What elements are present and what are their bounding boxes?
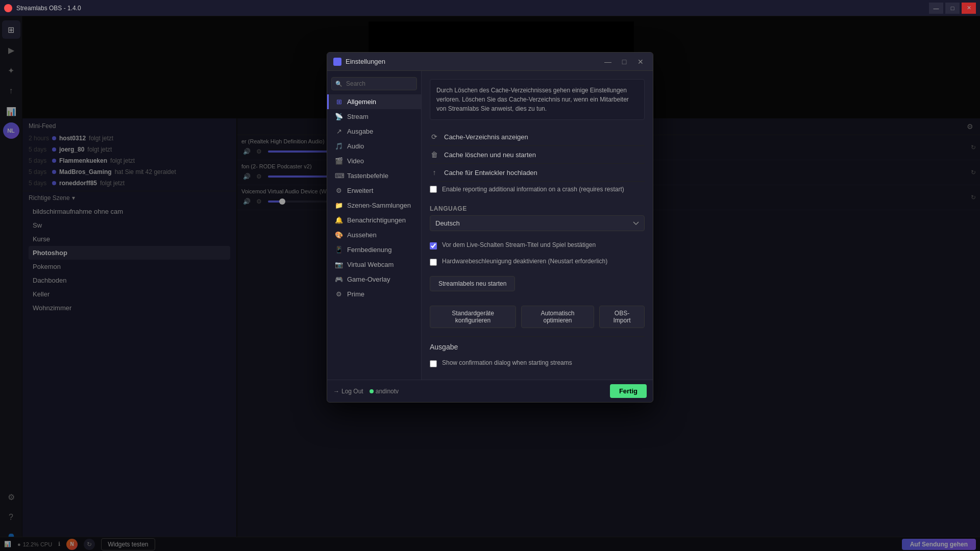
app-icon [4, 4, 12, 12]
settings-nav-label: Benachrichtigungen [347, 216, 406, 224]
settings-content: Durch Löschen des Cache-Verzeichnisses g… [422, 71, 653, 380]
settings-sidebar: 🔍 ⊞ Allgemein 📡 Stream ↗ Ausgabe 🎵 [327, 71, 422, 380]
action-buttons-row: Standardgeräte konfigurieren Automatisch… [430, 306, 645, 328]
allgemein-icon: ⊞ [335, 98, 343, 106]
settings-nav-label: Video [347, 157, 364, 165]
hardware-accel-label: Hardwarebeschleunigung deaktivieren (Neu… [442, 258, 607, 265]
crash-report-row: Enable reporting additional information … [430, 182, 645, 197]
show-confirm-checkbox[interactable] [430, 360, 437, 367]
username-label: andinotv [376, 388, 399, 395]
language-select[interactable]: Deutsch English Français Español [430, 215, 645, 231]
aussehen-icon: 🎨 [335, 231, 343, 239]
settings-nav-item-stream[interactable]: 📡 Stream [327, 109, 421, 124]
search-icon: 🔍 [335, 81, 342, 87]
settings-nav-item-erweitert[interactable]: ⚙ Erweitert [327, 183, 421, 198]
settings-nav-item-szenen[interactable]: 📁 Szenen-Sammlungen [327, 198, 421, 213]
dialog-close-button[interactable]: ✕ [634, 56, 647, 68]
auto-optimize-button[interactable]: Automatisch optimieren [521, 306, 594, 328]
cache-delete-icon: 🗑 [430, 150, 439, 159]
erweitert-icon: ⚙ [335, 187, 343, 194]
settings-dialog: Einstellungen — □ ✕ 🔍 ⊞ Allgemein 📡 Stre… [327, 52, 653, 403]
dialog-titlebar: Einstellungen — □ ✕ [327, 53, 653, 71]
confirm-stream-row: Vor dem Live-Schalten Stream-Titel und S… [430, 237, 645, 254]
logout-icon: → [333, 388, 339, 395]
output-title: Ausgabe [430, 343, 645, 351]
show-confirm-row: Show confirmation dialog when starting s… [430, 355, 645, 371]
settings-nav-label: Stream [347, 113, 369, 120]
fernbedienung-icon: 📱 [335, 246, 343, 254]
dialog-body: 🔍 ⊞ Allgemein 📡 Stream ↗ Ausgabe 🎵 [327, 71, 653, 380]
title-bar-text: Streamlabs OBS - 1.4.0 [16, 5, 925, 12]
logout-button[interactable]: → Log Out [333, 388, 363, 395]
user-online-dot [370, 389, 374, 393]
settings-nav-item-benachrichtigungen[interactable]: 🔔 Benachrichtigungen [327, 213, 421, 228]
configure-devices-button[interactable]: Standardgeräte konfigurieren [430, 306, 516, 328]
done-button[interactable]: Fertig [610, 384, 647, 398]
maximize-button[interactable]: □ [945, 3, 960, 14]
tastenbefehle-icon: ⌨ [335, 172, 343, 180]
settings-nav-item-aussehen[interactable]: 🎨 Aussehen [327, 228, 421, 242]
settings-search: 🔍 [331, 77, 417, 90]
settings-nav-label: Virtual Webcam [347, 261, 394, 268]
settings-nav-label: Ausgabe [347, 128, 373, 135]
hardware-accel-row: Hardwarebeschleunigung deaktivieren (Neu… [430, 254, 645, 270]
video-nav-icon: 🎬 [335, 157, 343, 165]
close-button[interactable]: ✕ [962, 3, 976, 14]
cache-upload-icon: ↑ [430, 168, 439, 177]
settings-nav-item-fernbedienung[interactable]: 📱 Fernbedienung [327, 242, 421, 257]
language-section-label: Language [430, 205, 645, 212]
obs-import-button[interactable]: OBS-Import [599, 306, 645, 328]
settings-info-box: Durch Löschen des Cache-Verzeichnisses g… [430, 79, 645, 120]
cache-delete-action[interactable]: 🗑 Cache löschen und neu starten [430, 146, 645, 164]
footer-left: → Log Out andinotv [333, 388, 399, 395]
dialog-title: Einstellungen [346, 58, 598, 65]
settings-nav-label: Audio [347, 142, 364, 150]
szenen-icon: 📁 [335, 202, 343, 209]
settings-nav-label: Erweitert [347, 187, 373, 194]
cache-view-action[interactable]: ⟳ Cache-Verzeichnis anzeigen [430, 128, 645, 146]
search-input[interactable] [331, 77, 417, 90]
settings-nav-item-tastenbefehle[interactable]: ⌨ Tastenbefehle [327, 168, 421, 183]
cache-upload-label: Cache für Entwickler hochladen [444, 169, 537, 177]
title-bar: Streamlabs OBS - 1.4.0 — □ ✕ [0, 0, 980, 16]
settings-nav-label: Tastenbefehle [347, 172, 388, 180]
minimize-button[interactable]: — [929, 3, 943, 14]
settings-nav-item-webcam[interactable]: 📷 Virtual Webcam [327, 257, 421, 272]
settings-nav-item-prime[interactable]: ⚙ Prime [327, 287, 421, 302]
settings-nav-item-gameoverlay[interactable]: 🎮 Game-Overlay [327, 272, 421, 287]
user-badge: andinotv [370, 388, 399, 395]
confirm-stream-checkbox[interactable] [430, 242, 437, 249]
settings-nav-label: Aussehen [347, 231, 377, 239]
dialog-footer: → Log Out andinotv Fertig [327, 380, 653, 402]
settings-nav-item-video[interactable]: 🎬 Video [327, 154, 421, 168]
show-confirm-label: Show confirmation dialog when starting s… [442, 359, 572, 366]
prime-icon: ⚙ [335, 290, 343, 298]
cache-view-label: Cache-Verzeichnis anzeigen [444, 133, 528, 141]
webcam-icon: 📷 [335, 261, 343, 268]
output-section: Ausgabe Show confirmation dialog when st… [430, 336, 645, 371]
streamlabels-restart-button[interactable]: Streamlabels neu starten [430, 276, 515, 291]
crash-report-checkbox[interactable] [430, 186, 437, 193]
gameoverlay-icon: 🎮 [335, 276, 343, 283]
settings-nav-label: Szenen-Sammlungen [347, 202, 411, 209]
cache-view-icon: ⟳ [430, 132, 439, 141]
window-controls: — □ ✕ [929, 3, 976, 14]
logout-label: Log Out [341, 388, 363, 395]
dialog-app-icon [333, 58, 341, 66]
dialog-overlay: Einstellungen — □ ✕ 🔍 ⊞ Allgemein 📡 Stre… [0, 16, 980, 551]
crash-report-label: Enable reporting additional information … [442, 186, 624, 193]
settings-nav-item-audio[interactable]: 🎵 Audio [327, 139, 421, 154]
settings-nav-item-allgemein[interactable]: ⊞ Allgemein [327, 94, 421, 109]
confirm-stream-label: Vor dem Live-Schalten Stream-Titel und S… [442, 241, 596, 248]
cache-upload-action[interactable]: ↑ Cache für Entwickler hochladen [430, 164, 645, 182]
settings-nav-label: Prime [347, 290, 364, 298]
ausgabe-icon: ↗ [335, 128, 343, 135]
dialog-maximize-button[interactable]: □ [618, 56, 630, 68]
audio-icon: 🎵 [335, 142, 343, 150]
cache-delete-label: Cache löschen und neu starten [444, 151, 536, 159]
dialog-minimize-button[interactable]: — [602, 56, 614, 68]
hardware-accel-checkbox[interactable] [430, 259, 437, 266]
settings-nav-item-ausgabe[interactable]: ↗ Ausgabe [327, 124, 421, 139]
stream-icon: 📡 [335, 113, 343, 120]
benachrichtigungen-icon: 🔔 [335, 216, 343, 224]
